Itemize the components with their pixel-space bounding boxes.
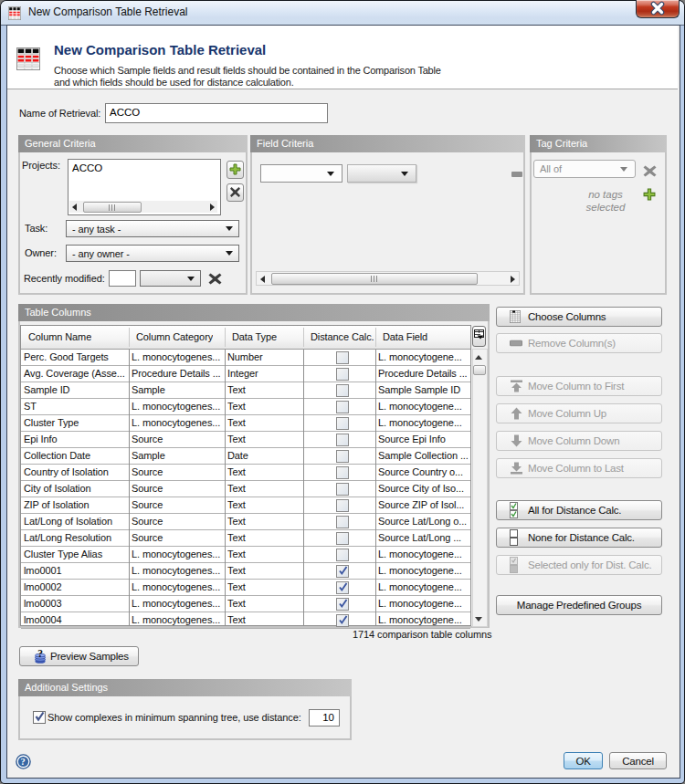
svg-text:?: ? [37, 649, 43, 659]
svg-text:?: ? [20, 757, 25, 767]
